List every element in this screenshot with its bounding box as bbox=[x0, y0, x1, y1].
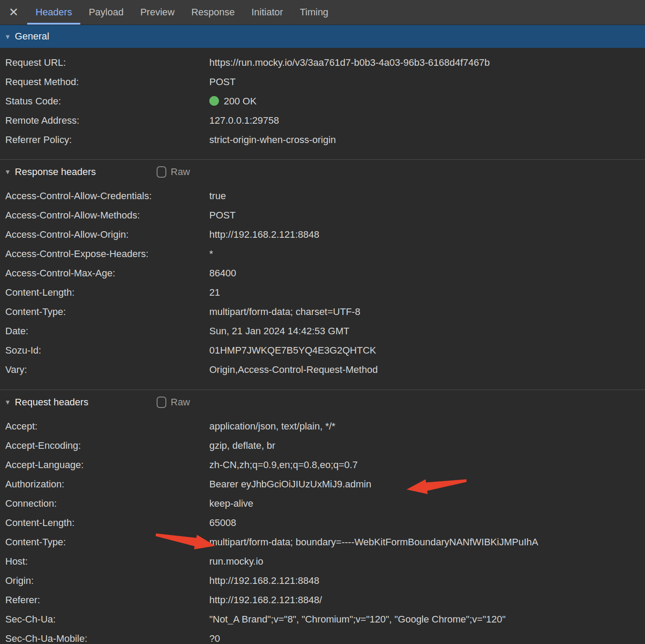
header-row: Remote Address:127.0.0.1:29758 bbox=[0, 111, 645, 130]
section-general-header[interactable]: ▼ General bbox=[0, 25, 645, 48]
section-gap bbox=[0, 379, 645, 390]
header-name: Content-Length: bbox=[5, 517, 209, 529]
tab-timing[interactable]: Timing bbox=[291, 0, 337, 25]
header-name: Content-Type: bbox=[5, 537, 209, 548]
header-value: https://run.mocky.io/v3/3aa761d7-b0b3-4a… bbox=[209, 57, 645, 68]
header-value: application/json, text/plain, */* bbox=[209, 421, 645, 432]
header-value: * bbox=[209, 248, 645, 260]
header-row: Host:run.mocky.io bbox=[0, 552, 645, 571]
header-row: Connection:keep-alive bbox=[0, 494, 645, 513]
raw-checkbox[interactable] bbox=[157, 166, 166, 178]
section-request-headers-title: Request headers bbox=[15, 397, 89, 408]
header-value: 86400 bbox=[209, 268, 645, 279]
section-general-title: General bbox=[15, 31, 49, 42]
header-row: Content-Length:21 bbox=[0, 283, 645, 302]
header-row: Authorization:Bearer eyJhbGciOiJIUzUxMiJ… bbox=[0, 475, 645, 494]
header-name: Sec-Ch-Ua: bbox=[5, 614, 209, 625]
header-row: Origin:http://192.168.2.121:8848 bbox=[0, 571, 645, 590]
header-value: 65008 bbox=[209, 517, 645, 529]
header-value: true bbox=[209, 190, 645, 202]
header-row: Accept-Encoding:gzip, deflate, br bbox=[0, 436, 645, 455]
header-row: Access-Control-Allow-Origin:http://192.1… bbox=[0, 225, 645, 244]
tab-payload[interactable]: Payload bbox=[80, 0, 132, 25]
section-response-headers: ▼ Response headers Raw Access-Control-Al… bbox=[0, 159, 645, 379]
header-name: Sec-Ch-Ua-Mobile: bbox=[5, 633, 209, 644]
header-row: Sec-Ch-Ua-Mobile:?0 bbox=[0, 629, 645, 644]
header-row: Content-Length:65008 bbox=[0, 513, 645, 533]
header-name: Content-Length: bbox=[5, 287, 209, 298]
header-value: zh-CN,zh;q=0.9,en;q=0.8,eo;q=0.7 bbox=[209, 459, 645, 471]
header-value: POST bbox=[209, 210, 645, 221]
header-name: Accept: bbox=[5, 421, 209, 432]
section-response-headers-header[interactable]: ▼ Response headers Raw bbox=[0, 159, 645, 184]
header-name: Access-Control-Allow-Origin: bbox=[5, 229, 209, 240]
collapse-triangle-icon: ▼ bbox=[4, 399, 11, 405]
header-row: Access-Control-Allow-Credentials:true bbox=[0, 186, 645, 206]
tab-initiator[interactable]: Initiator bbox=[243, 0, 291, 25]
header-value: "Not_A Brand";v="8", "Chromium";v="120",… bbox=[209, 614, 645, 625]
close-button[interactable]: ✕ bbox=[0, 0, 27, 25]
status-dot-icon bbox=[209, 96, 219, 106]
tab-preview-label: Preview bbox=[140, 7, 175, 18]
raw-checkbox-label: Raw bbox=[171, 166, 190, 178]
header-value: Bearer eyJhbGciOiJIUzUxMiJ9.admin bbox=[209, 479, 645, 490]
header-name: Content-Type: bbox=[5, 306, 209, 318]
network-detail-tabbar: ✕ Headers Payload Preview Response Initi… bbox=[0, 0, 645, 25]
header-row: Request Method:POST bbox=[0, 72, 645, 92]
tab-headers-label: Headers bbox=[36, 7, 72, 18]
header-row: Access-Control-Expose-Headers:* bbox=[0, 244, 645, 264]
header-name: Referrer Policy: bbox=[5, 134, 209, 146]
header-row: Access-Control-Allow-Methods:POST bbox=[0, 206, 645, 225]
header-name: Sozu-Id: bbox=[5, 345, 209, 356]
header-row: Sec-Ch-Ua:"Not_A Brand";v="8", "Chromium… bbox=[0, 610, 645, 629]
section-request-headers-header[interactable]: ▼ Request headers Raw bbox=[0, 390, 645, 414]
header-row: Referrer Policy:strict-origin-when-cross… bbox=[0, 130, 645, 150]
header-row: Request URL:https://run.mocky.io/v3/3aa7… bbox=[0, 53, 645, 72]
header-row: Content-Type:multipart/form-data; bounda… bbox=[0, 533, 645, 552]
section-request-headers: ▼ Request headers Raw Accept:application… bbox=[0, 390, 645, 644]
header-row: Sozu-Id:01HMP7JWKQE7B5YQ4E3G2QHTCK bbox=[0, 341, 645, 360]
header-value: http://192.168.2.121:8848 bbox=[209, 575, 645, 587]
collapse-triangle-icon: ▼ bbox=[4, 168, 11, 175]
header-row: Accept:application/json, text/plain, */* bbox=[0, 417, 645, 436]
header-name: Date: bbox=[5, 326, 209, 337]
tab-timing-label: Timing bbox=[300, 7, 328, 18]
tab-response[interactable]: Response bbox=[183, 0, 243, 25]
header-value: 200 OK bbox=[209, 96, 645, 107]
header-name: Authorization: bbox=[5, 479, 209, 490]
header-value: 01HMP7JWKQE7B5YQ4E3G2QHTCK bbox=[209, 345, 645, 356]
header-row: Status Code:200 OK bbox=[0, 92, 645, 111]
header-value: keep-alive bbox=[209, 498, 645, 509]
header-name: Request Method: bbox=[5, 76, 209, 88]
close-icon: ✕ bbox=[9, 5, 19, 19]
header-row: Content-Type:multipart/form-data; charse… bbox=[0, 302, 645, 322]
header-row: Vary:Origin,Access-Control-Request-Metho… bbox=[0, 360, 645, 379]
header-name: Host: bbox=[5, 556, 209, 567]
tab-headers[interactable]: Headers bbox=[27, 0, 80, 25]
header-value: 127.0.0.1:29758 bbox=[209, 115, 645, 126]
header-name: Vary: bbox=[5, 364, 209, 376]
section-general: ▼ General Request URL:https://run.mocky.… bbox=[0, 25, 645, 150]
header-value: multipart/form-data; charset=UTF-8 bbox=[209, 306, 645, 318]
header-value: ?0 bbox=[209, 633, 645, 644]
raw-checkbox[interactable] bbox=[157, 397, 166, 408]
tab-response-label: Response bbox=[191, 7, 235, 18]
header-value: 21 bbox=[209, 287, 645, 298]
header-value: run.mocky.io bbox=[209, 556, 645, 567]
header-row: Date:Sun, 21 Jan 2024 14:42:53 GMT bbox=[0, 322, 645, 341]
header-row: Access-Control-Max-Age:86400 bbox=[0, 264, 645, 283]
header-name: Request URL: bbox=[5, 57, 209, 68]
tab-preview[interactable]: Preview bbox=[132, 0, 183, 25]
header-value: http://192.168.2.121:8848 bbox=[209, 229, 645, 240]
header-name: Connection: bbox=[5, 498, 209, 509]
header-name: Access-Control-Allow-Credentials: bbox=[5, 190, 209, 202]
header-name: Access-Control-Allow-Methods: bbox=[5, 210, 209, 221]
header-name: Access-Control-Expose-Headers: bbox=[5, 248, 209, 260]
header-value: Sun, 21 Jan 2024 14:42:53 GMT bbox=[209, 326, 645, 337]
header-value: http://192.168.2.121:8848/ bbox=[209, 594, 645, 606]
section-response-headers-title: Response headers bbox=[15, 166, 96, 178]
header-name: Status Code: bbox=[5, 96, 209, 107]
header-value: POST bbox=[209, 76, 645, 88]
header-row: Accept-Language:zh-CN,zh;q=0.9,en;q=0.8,… bbox=[0, 455, 645, 475]
header-value: Origin,Access-Control-Request-Method bbox=[209, 364, 645, 376]
